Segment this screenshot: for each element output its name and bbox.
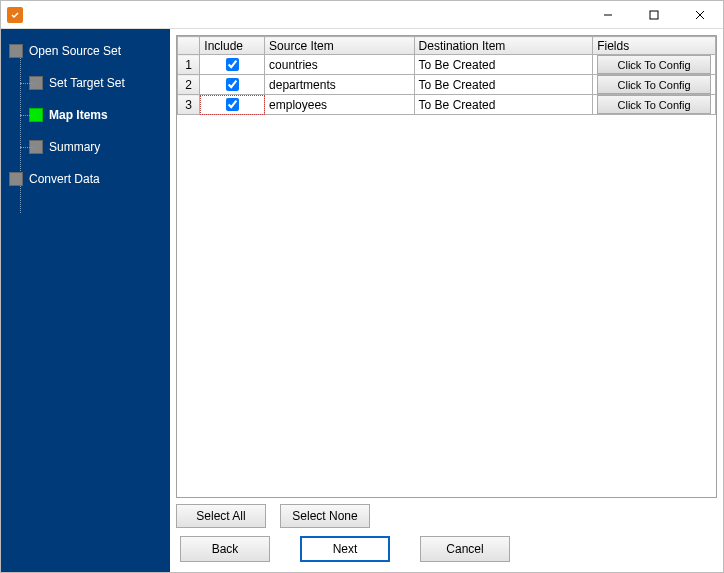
app-window: Open Source Set Set Target Set Map Items… (0, 0, 724, 573)
include-checkbox[interactable] (226, 98, 239, 111)
row-number: 2 (178, 75, 200, 95)
source-item-cell[interactable]: countries (265, 55, 415, 75)
col-header-source[interactable]: Source Item (265, 37, 415, 55)
minimize-icon (603, 10, 613, 20)
sidebar-item-label: Summary (49, 140, 100, 154)
col-header-fields[interactable]: Fields (593, 37, 716, 55)
items-grid-container: Include Source Item Destination Item Fie… (176, 35, 717, 498)
col-header-include[interactable]: Include (200, 37, 265, 55)
sidebar-item-label: Convert Data (29, 172, 100, 186)
step-box-icon (9, 44, 23, 58)
config-fields-button[interactable]: Click To Config (597, 95, 711, 114)
step-box-icon (9, 172, 23, 186)
table-row[interactable]: 1 countries To Be Created Click To Confi… (178, 55, 716, 75)
sidebar-item-convert-data[interactable]: Convert Data (9, 167, 170, 191)
window-controls (585, 1, 723, 29)
sidebar-item-label: Set Target Set (49, 76, 125, 90)
dest-item-cell[interactable]: To Be Created (414, 95, 593, 115)
next-button[interactable]: Next (300, 536, 390, 562)
config-fields-button[interactable]: Click To Config (597, 55, 711, 74)
sidebar-item-map-items[interactable]: Map Items (9, 103, 170, 127)
main-panel: Include Source Item Destination Item Fie… (170, 29, 723, 572)
close-button[interactable] (677, 1, 723, 29)
cancel-button[interactable]: Cancel (420, 536, 510, 562)
minimize-button[interactable] (585, 1, 631, 29)
sidebar-item-set-target-set[interactable]: Set Target Set (9, 71, 170, 95)
maximize-icon (649, 10, 659, 20)
table-row[interactable]: 2 departments To Be Created Click To Con… (178, 75, 716, 95)
source-item-cell[interactable]: departments (265, 75, 415, 95)
dest-item-cell[interactable]: To Be Created (414, 55, 593, 75)
dest-item-cell[interactable]: To Be Created (414, 75, 593, 95)
sidebar-item-open-source-set[interactable]: Open Source Set (9, 39, 170, 63)
row-number: 1 (178, 55, 200, 75)
back-button[interactable]: Back (180, 536, 270, 562)
maximize-button[interactable] (631, 1, 677, 29)
wizard-sidebar: Open Source Set Set Target Set Map Items… (1, 29, 170, 572)
select-none-button[interactable]: Select None (280, 504, 370, 528)
close-icon (695, 10, 705, 20)
config-fields-button[interactable]: Click To Config (597, 75, 711, 94)
titlebar (1, 1, 723, 29)
sidebar-item-label: Open Source Set (29, 44, 121, 58)
table-row[interactable]: 3 employees To Be Created Click To Confi… (178, 95, 716, 115)
sidebar-item-summary[interactable]: Summary (9, 135, 170, 159)
grid-corner (178, 37, 200, 55)
selection-buttons: Select All Select None (176, 504, 717, 528)
col-header-dest[interactable]: Destination Item (414, 37, 593, 55)
items-grid: Include Source Item Destination Item Fie… (177, 36, 716, 115)
include-checkbox[interactable] (226, 58, 239, 71)
include-checkbox[interactable] (226, 78, 239, 91)
sidebar-item-label: Map Items (49, 108, 108, 122)
row-number: 3 (178, 95, 200, 115)
svg-rect-1 (650, 11, 658, 19)
wizard-nav-buttons: Back Next Cancel (176, 536, 717, 562)
select-all-button[interactable]: Select All (176, 504, 266, 528)
app-icon (7, 7, 23, 23)
source-item-cell[interactable]: employees (265, 95, 415, 115)
body: Open Source Set Set Target Set Map Items… (1, 29, 723, 572)
